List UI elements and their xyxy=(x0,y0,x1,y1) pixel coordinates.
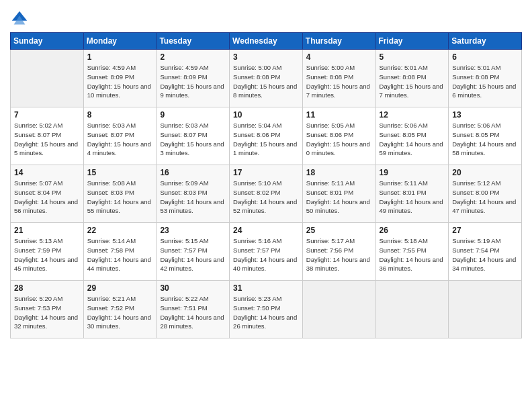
cell-sun-info: Sunrise: 5:19 AMSunset: 7:54 PMDaylight:… xyxy=(452,236,519,273)
calendar-cell: 21Sunrise: 5:13 AMSunset: 7:59 PMDayligh… xyxy=(11,223,84,281)
calendar-cell: 23Sunrise: 5:15 AMSunset: 7:57 PMDayligh… xyxy=(157,223,230,281)
cell-day-number: 12 xyxy=(380,110,446,120)
cell-day-number: 9 xyxy=(160,110,226,120)
cell-day-number: 31 xyxy=(233,283,300,293)
weekday-header: Monday xyxy=(83,33,157,50)
cell-sun-info: Sunrise: 4:59 AMSunset: 8:09 PMDaylight:… xyxy=(160,63,226,100)
cell-sun-info: Sunrise: 5:10 AMSunset: 8:02 PMDaylight:… xyxy=(233,179,300,216)
cell-day-number: 2 xyxy=(160,52,226,62)
cell-sun-info: Sunrise: 5:00 AMSunset: 8:08 PMDaylight:… xyxy=(306,63,373,100)
cell-sun-info: Sunrise: 5:00 AMSunset: 8:08 PMDaylight:… xyxy=(233,63,300,100)
calendar-cell: 28Sunrise: 5:20 AMSunset: 7:53 PMDayligh… xyxy=(11,281,84,338)
calendar-cell: 14Sunrise: 5:07 AMSunset: 8:04 PMDayligh… xyxy=(11,165,84,223)
weekday-header: Tuesday xyxy=(157,33,230,50)
weekday-header-row: SundayMondayTuesdayWednesdayThursdayFrid… xyxy=(11,33,522,50)
cell-sun-info: Sunrise: 5:07 AMSunset: 8:04 PMDaylight:… xyxy=(14,179,81,216)
cell-day-number: 15 xyxy=(87,168,154,177)
cell-day-number: 5 xyxy=(380,52,446,62)
cell-day-number: 1 xyxy=(87,52,154,62)
cell-sun-info: Sunrise: 5:03 AMSunset: 8:07 PMDaylight:… xyxy=(160,121,226,158)
calendar-cell: 10Sunrise: 5:04 AMSunset: 8:06 PMDayligh… xyxy=(230,107,303,165)
cell-day-number: 20 xyxy=(452,168,519,177)
calendar-cell xyxy=(302,281,375,338)
calendar-week-row: 14Sunrise: 5:07 AMSunset: 8:04 PMDayligh… xyxy=(11,165,522,223)
cell-day-number: 8 xyxy=(87,110,154,120)
cell-day-number: 10 xyxy=(233,110,300,120)
calendar-cell: 19Sunrise: 5:11 AMSunset: 8:01 PMDayligh… xyxy=(375,165,449,223)
calendar-cell: 30Sunrise: 5:22 AMSunset: 7:51 PMDayligh… xyxy=(157,281,230,338)
cell-day-number: 29 xyxy=(87,283,154,293)
weekday-header: Wednesday xyxy=(230,33,303,50)
cell-sun-info: Sunrise: 4:59 AMSunset: 8:09 PMDaylight:… xyxy=(87,63,154,100)
calendar-cell: 15Sunrise: 5:08 AMSunset: 8:03 PMDayligh… xyxy=(83,165,157,223)
cell-sun-info: Sunrise: 5:15 AMSunset: 7:57 PMDaylight:… xyxy=(160,236,226,273)
cell-sun-info: Sunrise: 5:06 AMSunset: 8:05 PMDaylight:… xyxy=(380,121,446,158)
cell-sun-info: Sunrise: 5:18 AMSunset: 7:55 PMDaylight:… xyxy=(380,236,446,273)
calendar-cell xyxy=(11,50,84,107)
cell-sun-info: Sunrise: 5:12 AMSunset: 8:00 PMDaylight:… xyxy=(452,179,519,216)
cell-day-number: 4 xyxy=(306,52,373,62)
cell-sun-info: Sunrise: 5:01 AMSunset: 8:08 PMDaylight:… xyxy=(380,63,446,100)
cell-day-number: 24 xyxy=(233,226,300,235)
cell-day-number: 18 xyxy=(306,168,373,177)
cell-day-number: 17 xyxy=(233,168,300,177)
cell-day-number: 26 xyxy=(380,226,446,235)
calendar-cell: 3Sunrise: 5:00 AMSunset: 8:08 PMDaylight… xyxy=(230,50,303,107)
calendar-cell: 25Sunrise: 5:17 AMSunset: 7:56 PMDayligh… xyxy=(302,223,375,281)
calendar-cell: 22Sunrise: 5:14 AMSunset: 7:58 PMDayligh… xyxy=(83,223,157,281)
cell-day-number: 25 xyxy=(306,226,373,235)
cell-day-number: 3 xyxy=(233,52,300,62)
calendar-week-row: 28Sunrise: 5:20 AMSunset: 7:53 PMDayligh… xyxy=(11,281,522,338)
calendar-cell: 7Sunrise: 5:02 AMSunset: 8:07 PMDaylight… xyxy=(11,107,84,165)
weekday-header: Saturday xyxy=(449,33,522,50)
cell-sun-info: Sunrise: 5:08 AMSunset: 8:03 PMDaylight:… xyxy=(87,179,154,216)
calendar-cell: 4Sunrise: 5:00 AMSunset: 8:08 PMDaylight… xyxy=(302,50,375,107)
calendar-cell: 17Sunrise: 5:10 AMSunset: 8:02 PMDayligh… xyxy=(230,165,303,223)
logo-icon xyxy=(10,9,29,28)
cell-sun-info: Sunrise: 5:17 AMSunset: 7:56 PMDaylight:… xyxy=(306,236,373,273)
calendar-cell: 27Sunrise: 5:19 AMSunset: 7:54 PMDayligh… xyxy=(449,223,522,281)
calendar-week-row: 1Sunrise: 4:59 AMSunset: 8:09 PMDaylight… xyxy=(11,50,522,107)
calendar-cell: 18Sunrise: 5:11 AMSunset: 8:01 PMDayligh… xyxy=(302,165,375,223)
calendar-week-row: 7Sunrise: 5:02 AMSunset: 8:07 PMDaylight… xyxy=(11,107,522,165)
cell-day-number: 13 xyxy=(452,110,519,120)
calendar-table: SundayMondayTuesdayWednesdayThursdayFrid… xyxy=(10,32,522,338)
calendar-cell: 29Sunrise: 5:21 AMSunset: 7:52 PMDayligh… xyxy=(83,281,157,338)
calendar-cell: 31Sunrise: 5:23 AMSunset: 7:50 PMDayligh… xyxy=(230,281,303,338)
cell-day-number: 14 xyxy=(14,168,81,177)
cell-sun-info: Sunrise: 5:09 AMSunset: 8:03 PMDaylight:… xyxy=(160,179,226,216)
calendar-cell: 8Sunrise: 5:03 AMSunset: 8:07 PMDaylight… xyxy=(83,107,157,165)
cell-day-number: 19 xyxy=(380,168,446,177)
cell-day-number: 23 xyxy=(160,226,226,235)
calendar-cell: 5Sunrise: 5:01 AMSunset: 8:08 PMDaylight… xyxy=(375,50,449,107)
cell-sun-info: Sunrise: 5:13 AMSunset: 7:59 PMDaylight:… xyxy=(14,236,81,273)
cell-day-number: 16 xyxy=(160,168,226,177)
calendar-cell: 1Sunrise: 4:59 AMSunset: 8:09 PMDaylight… xyxy=(83,50,157,107)
calendar-cell: 24Sunrise: 5:16 AMSunset: 7:57 PMDayligh… xyxy=(230,223,303,281)
cell-sun-info: Sunrise: 5:02 AMSunset: 8:07 PMDaylight:… xyxy=(14,121,81,158)
cell-day-number: 28 xyxy=(14,283,81,293)
page-header xyxy=(10,7,522,28)
calendar-page: SundayMondayTuesdayWednesdayThursdayFrid… xyxy=(0,0,532,411)
calendar-cell: 11Sunrise: 5:05 AMSunset: 8:06 PMDayligh… xyxy=(302,107,375,165)
cell-day-number: 22 xyxy=(87,226,154,235)
calendar-cell: 16Sunrise: 5:09 AMSunset: 8:03 PMDayligh… xyxy=(157,165,230,223)
cell-sun-info: Sunrise: 5:16 AMSunset: 7:57 PMDaylight:… xyxy=(233,236,300,273)
cell-sun-info: Sunrise: 5:03 AMSunset: 8:07 PMDaylight:… xyxy=(87,121,154,158)
calendar-cell xyxy=(375,281,449,338)
calendar-cell: 13Sunrise: 5:06 AMSunset: 8:05 PMDayligh… xyxy=(449,107,522,165)
cell-sun-info: Sunrise: 5:22 AMSunset: 7:51 PMDaylight:… xyxy=(160,294,226,331)
calendar-cell: 9Sunrise: 5:03 AMSunset: 8:07 PMDaylight… xyxy=(157,107,230,165)
calendar-cell: 6Sunrise: 5:01 AMSunset: 8:08 PMDaylight… xyxy=(449,50,522,107)
cell-day-number: 6 xyxy=(452,52,519,62)
weekday-header: Sunday xyxy=(11,33,84,50)
cell-sun-info: Sunrise: 5:11 AMSunset: 8:01 PMDaylight:… xyxy=(380,179,446,216)
cell-sun-info: Sunrise: 5:14 AMSunset: 7:58 PMDaylight:… xyxy=(87,236,154,273)
cell-day-number: 27 xyxy=(452,226,519,235)
cell-day-number: 7 xyxy=(14,110,81,120)
cell-sun-info: Sunrise: 5:01 AMSunset: 8:08 PMDaylight:… xyxy=(452,63,519,100)
cell-sun-info: Sunrise: 5:23 AMSunset: 7:50 PMDaylight:… xyxy=(233,294,300,331)
cell-day-number: 21 xyxy=(14,226,81,235)
logo xyxy=(10,9,30,28)
calendar-cell: 20Sunrise: 5:12 AMSunset: 8:00 PMDayligh… xyxy=(449,165,522,223)
